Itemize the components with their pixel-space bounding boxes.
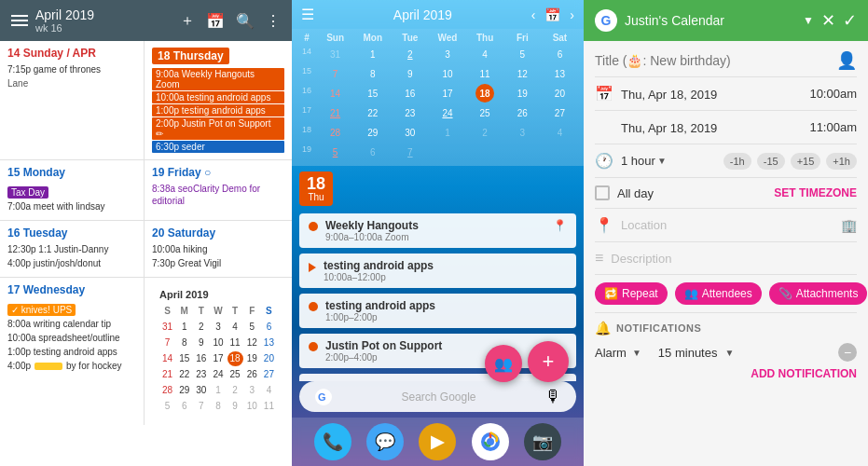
mini-cal-24[interactable]: 24 — [210, 367, 226, 382]
mini-cal-11[interactable]: 11 — [227, 336, 243, 350]
event-card-3[interactable]: testing android apps 1:00p–2:00p — [299, 294, 576, 328]
mini-cal-13[interactable]: 13 — [261, 336, 277, 350]
dur-minus-15[interactable]: -15 — [757, 153, 785, 170]
cal-may-4[interactable]: 4 — [550, 123, 569, 142]
mini-cal-10[interactable]: 10 — [210, 336, 226, 350]
cal-apr-13[interactable]: 13 — [550, 64, 569, 83]
calendar-month-icon[interactable]: 📅 — [544, 7, 560, 22]
close-button[interactable]: ✕ — [821, 10, 835, 31]
cal-apr-11[interactable]: 11 — [475, 64, 494, 83]
mini-cal-14[interactable]: 14 — [159, 351, 175, 366]
event-title-input[interactable] — [595, 53, 829, 68]
cal-apr-20[interactable]: 20 — [550, 84, 569, 103]
cal-apr-19[interactable]: 19 — [513, 84, 531, 103]
save-check-button[interactable]: ✓ — [843, 10, 857, 31]
cal-apr-25[interactable]: 25 — [475, 103, 494, 122]
mini-cal-17[interactable]: 17 — [210, 351, 226, 366]
alarm-dropdown-icon[interactable]: ▼ — [632, 348, 641, 358]
alarm-time-dropdown-icon[interactable]: ▼ — [724, 348, 734, 358]
chrome-app-icon[interactable] — [472, 423, 509, 460]
more-icon[interactable]: ⋮ — [266, 12, 281, 30]
cal-apr-1[interactable]: 1 — [364, 45, 382, 63]
calendar-view-icon[interactable]: 📅 — [206, 12, 225, 30]
description-input[interactable]: Description — [611, 252, 857, 266]
cal-apr-9[interactable]: 9 — [401, 64, 420, 83]
mini-cal-n11[interactable]: 11 — [261, 399, 277, 414]
mini-cal-30[interactable]: 30 — [193, 383, 209, 398]
mini-cal-31[interactable]: 31 — [159, 320, 175, 335]
cal-apr-14[interactable]: 14 — [326, 84, 345, 103]
dur-plus-15[interactable]: +15 — [791, 153, 821, 170]
event-card-1[interactable]: Weekly Hangouts 9:00a–10:00a Zoom 📍 — [299, 213, 576, 248]
mini-cal-18[interactable]: 18 — [227, 351, 243, 366]
mini-cal-27[interactable]: 27 — [261, 367, 277, 382]
cal-apr-17[interactable]: 17 — [438, 84, 457, 103]
messages-app-icon[interactable]: 💬 — [366, 423, 404, 460]
end-date[interactable]: Thu, Apr 18, 2019 — [621, 121, 717, 135]
cal-apr-22[interactable]: 22 — [364, 103, 382, 122]
event-card-2[interactable]: testing android apps 10:00a–12:00p — [299, 254, 576, 288]
mini-cal-n1[interactable]: 1 — [210, 383, 226, 398]
mini-cal-2[interactable]: 2 — [193, 320, 209, 335]
cal-31[interactable]: 31 — [326, 45, 345, 63]
cal-may-1[interactable]: 1 — [438, 123, 457, 142]
mini-cal-5[interactable]: 5 — [244, 320, 260, 335]
cal-apr-10[interactable]: 10 — [438, 64, 457, 83]
mini-cal-20[interactable]: 20 — [261, 351, 277, 366]
cal-apr-4[interactable]: 4 — [475, 45, 494, 63]
hamburger-mid-icon[interactable]: ☰ — [301, 6, 314, 23]
mini-cal-7[interactable]: 7 — [159, 336, 175, 350]
cal-apr-27[interactable]: 27 — [550, 103, 569, 122]
attendees-button[interactable]: 👥 Attendees — [675, 282, 762, 305]
mini-cal-25[interactable]: 25 — [227, 367, 243, 382]
mini-cal-19[interactable]: 19 — [244, 351, 260, 366]
mini-cal-3[interactable]: 3 — [210, 320, 226, 335]
cal-apr-16[interactable]: 16 — [401, 84, 420, 103]
plex-app-icon[interactable]: ▶ — [419, 423, 456, 460]
mini-cal-n2[interactable]: 2 — [227, 383, 243, 398]
calendar-dropdown-icon[interactable]: ▼ — [803, 14, 814, 27]
mini-cal-1[interactable]: 1 — [176, 320, 192, 335]
mini-cal-23[interactable]: 23 — [193, 367, 209, 382]
camera-app-icon[interactable]: 📷 — [524, 423, 561, 460]
cal-may-6[interactable]: 6 — [364, 143, 382, 161]
mini-cal-29[interactable]: 29 — [176, 383, 192, 398]
cal-apr-29[interactable]: 29 — [364, 123, 382, 142]
next-month-icon[interactable]: › — [570, 7, 574, 22]
cal-apr-12[interactable]: 12 — [513, 64, 531, 83]
end-time[interactable]: 11:00am — [809, 120, 857, 134]
mini-cal-6[interactable]: 6 — [261, 320, 277, 335]
cal-apr-26[interactable]: 26 — [513, 103, 531, 122]
cal-may-7[interactable]: 7 — [401, 143, 420, 161]
cal-may-3[interactable]: 3 — [513, 123, 531, 142]
mini-cal-n10[interactable]: 10 — [244, 399, 260, 414]
cal-apr-6[interactable]: 6 — [550, 45, 569, 63]
mini-cal-n7[interactable]: 7 — [193, 399, 209, 414]
cal-apr-30[interactable]: 30 — [401, 123, 420, 142]
mini-cal-26[interactable]: 26 — [244, 367, 260, 382]
mini-cal-8[interactable]: 8 — [176, 336, 192, 350]
mini-cal-n5[interactable]: 5 — [159, 399, 175, 414]
mini-cal-n9[interactable]: 9 — [227, 399, 243, 414]
mini-cal-9[interactable]: 9 — [193, 336, 209, 350]
start-date[interactable]: Thu, Apr 18, 2019 — [621, 88, 717, 102]
cal-apr-2[interactable]: 2 — [401, 45, 420, 63]
hamburger-icon[interactable] — [11, 15, 28, 26]
dur-plus-1h[interactable]: +1h — [826, 153, 857, 170]
remove-notification-button[interactable]: − — [838, 343, 857, 362]
mini-cal-n6[interactable]: 6 — [176, 399, 192, 414]
mini-cal-12[interactable]: 12 — [244, 336, 260, 350]
cal-apr-3[interactable]: 3 — [438, 45, 457, 63]
cal-apr-7[interactable]: 7 — [326, 64, 345, 83]
allday-checkbox[interactable] — [595, 185, 610, 200]
fab-people-button[interactable]: 👥 — [485, 345, 522, 382]
google-search-bar[interactable]: G Search Google 🎙 — [299, 381, 576, 412]
add-icon[interactable]: ＋ — [180, 11, 195, 31]
cal-apr-8[interactable]: 8 — [364, 64, 382, 83]
cal-apr-23[interactable]: 23 — [401, 103, 420, 122]
mini-cal-21[interactable]: 21 — [159, 367, 175, 382]
set-timezone-button[interactable]: SET TIMEZONE — [774, 186, 857, 199]
dur-minus-1h[interactable]: -1h — [723, 153, 751, 170]
cal-may-2[interactable]: 2 — [475, 123, 494, 142]
google-assistant-icon[interactable]: 🎙 — [544, 387, 561, 406]
